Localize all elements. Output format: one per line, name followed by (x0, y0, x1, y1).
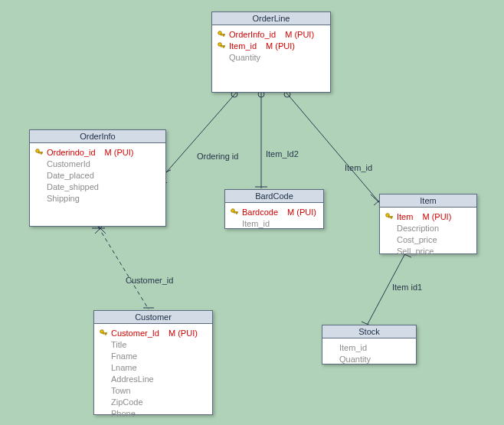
entity-barcode[interactable]: BardCode BardcodeM (PUI)Item_id (224, 189, 324, 229)
attr-name: Title (111, 340, 126, 349)
attr-row: ItemM (PUI) (385, 211, 472, 222)
attr-name: Item_id (339, 343, 367, 352)
attr-icon (327, 355, 336, 364)
attr-name: Description (397, 224, 439, 233)
rel-label-item-id2: Item_Id2 (264, 149, 300, 159)
rel-label-item-id: Item_id (343, 163, 374, 172)
svg-rect-30 (237, 212, 237, 214)
attr-row: Item_idM (PUI) (217, 40, 326, 51)
attr-name: Shipping (47, 194, 80, 203)
attr-note: M (PUI) (287, 208, 316, 217)
entity-customer[interactable]: Customer Customer_IdM (PUI)TitleFnameLna… (93, 310, 213, 415)
attr-name: Item_id (242, 219, 270, 228)
attr-icon (34, 194, 44, 203)
attr-icon (230, 219, 239, 228)
attr-icon (99, 409, 108, 418)
attr-name: Bardcode (242, 208, 278, 217)
attr-name: ZipCode (111, 397, 143, 407)
attr-icon (385, 235, 394, 244)
attr-name: Cost_price (397, 235, 437, 244)
attr-row: Phone (99, 407, 208, 419)
primary-key-icon (230, 208, 239, 217)
entity-body: Customer_IdM (PUI)TitleFnameLnameAddresL… (94, 324, 212, 423)
entity-title: Item (380, 195, 476, 208)
attr-note: M (PUI) (169, 329, 198, 338)
attr-row: Sell_price (385, 245, 472, 257)
primary-key-icon (34, 148, 44, 157)
primary-key-icon (217, 41, 226, 51)
attr-row: Town (99, 384, 208, 396)
attr-icon (99, 386, 108, 395)
attr-name: Sell_price (397, 247, 434, 256)
entity-body: ItemM (PUI)DescriptionCost_priceSell_pri… (380, 208, 476, 261)
attr-icon (99, 397, 108, 407)
attr-icon (99, 351, 108, 361)
attr-icon (327, 343, 336, 352)
attr-icon (99, 340, 108, 349)
attr-name: OrderInfo_id (229, 30, 276, 39)
svg-line-11 (98, 227, 149, 309)
svg-rect-24 (224, 46, 224, 47)
entity-body: Orderindo_idM (PUI)CustomerIdDate_placed… (30, 143, 165, 208)
attr-name: Quantity (339, 355, 371, 364)
attr-note: M (PUI) (105, 148, 134, 157)
attr-icon (34, 182, 44, 191)
entity-body: Item_idQuantity (322, 338, 416, 369)
entity-orderinfo[interactable]: OrderInfo Orderindo_idM (PUI)CustomerIdD… (29, 129, 166, 227)
primary-key-icon (99, 329, 108, 338)
attr-row: Lname (99, 361, 208, 373)
attr-icon (34, 171, 44, 180)
entity-title: Stock (322, 325, 416, 338)
attr-row: Orderindo_idM (PUI) (34, 146, 161, 158)
attr-row: Fname (99, 350, 208, 361)
entity-title: BardCode (225, 190, 323, 203)
attr-row: Date_placed (34, 169, 161, 181)
attr-note: M (PUI) (422, 212, 451, 221)
svg-rect-36 (106, 333, 106, 335)
attr-row: Cost_price (385, 234, 472, 245)
attr-row: Description (385, 222, 472, 234)
attr-row: Title (99, 338, 208, 350)
svg-line-7 (285, 91, 379, 202)
entity-title: OrderLine (212, 12, 330, 25)
attr-name: AddresLine (111, 374, 154, 384)
attr-name: Orderindo_id (47, 148, 96, 157)
primary-key-icon (385, 212, 394, 221)
entity-item[interactable]: Item ItemM (PUI)DescriptionCost_priceSel… (379, 194, 477, 254)
attr-icon (99, 374, 108, 384)
entity-stock[interactable]: Stock Item_idQuantity (322, 325, 417, 365)
attr-name: Town (111, 386, 131, 395)
primary-key-icon (217, 30, 226, 39)
attr-row: AddresLine (99, 373, 208, 384)
attr-row: Customer_IdM (PUI) (99, 327, 208, 338)
rel-label-item-id1: Item id1 (391, 283, 424, 292)
attr-name: Item (397, 212, 413, 221)
attr-row: OrderInfo_idM (PUI) (217, 28, 326, 40)
attr-name: Item_id (229, 41, 257, 51)
attr-name: CustomerId (47, 159, 90, 168)
svg-rect-33 (391, 217, 392, 218)
attr-row: Shipping (34, 192, 161, 204)
attr-icon (385, 224, 394, 233)
attr-note: M (PUI) (285, 30, 314, 39)
entity-title: OrderInfo (30, 130, 165, 143)
entity-orderline[interactable]: OrderLine OrderInfo_idM (PUI)Item_idM (P… (211, 11, 331, 93)
attr-row: Date_shipped (34, 181, 161, 192)
attr-name: Date_shipped (47, 182, 99, 191)
entity-body: OrderInfo_idM (PUI)Item_idM (PUI)Quantit… (212, 25, 330, 67)
attr-name: Phone (111, 409, 136, 418)
attr-row: Quantity (217, 51, 326, 63)
attr-note: M (PUI) (266, 41, 295, 51)
entity-body: BardcodeM (PUI)Item_id (225, 203, 323, 234)
attr-name: Quantity (229, 53, 260, 62)
attr-row: Item_id (230, 217, 319, 229)
attr-row: Quantity (327, 353, 411, 365)
attr-icon (217, 53, 226, 62)
svg-rect-21 (224, 34, 224, 36)
svg-rect-27 (41, 152, 42, 154)
rel-label-ordering-id: Ordering id (195, 152, 240, 161)
attr-name: Lname (111, 363, 137, 372)
attr-row: CustomerId (34, 158, 161, 169)
attr-name: Customer_Id (111, 329, 159, 338)
svg-line-0 (162, 91, 237, 178)
